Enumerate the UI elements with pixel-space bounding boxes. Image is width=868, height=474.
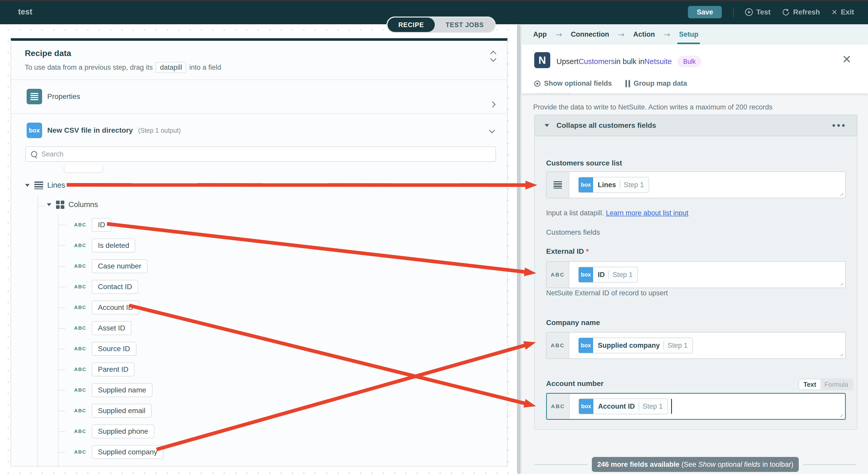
datapill[interactable]: Supplied email [92, 404, 152, 418]
datapill[interactable]: Asset ID [92, 321, 131, 335]
datapill[interactable]: Supplied phone [92, 425, 154, 438]
breadcrumb-app[interactable]: App [533, 30, 547, 38]
datapill[interactable]: Supplied name [92, 383, 152, 397]
scrollbar[interactable] [517, 25, 521, 474]
resize-handle-icon[interactable] [839, 281, 843, 285]
recipe-test-tabs: RECIPE TEST JOBS [386, 16, 496, 33]
search-input[interactable]: Search [25, 146, 496, 162]
datapill-lines[interactable]: box Lines Step 1 [578, 177, 649, 193]
tree-guide-line [58, 214, 58, 467]
toggle-text[interactable]: Text [799, 379, 820, 389]
tree-guide-stub [58, 266, 66, 267]
field-input[interactable]: box Account ID Step 1 [570, 394, 845, 419]
collapse-all-header[interactable]: Collapse all customers fields ••• [534, 114, 858, 136]
field-input[interactable]: box Supplied company Step 1 [569, 333, 845, 358]
csv-output-row[interactable]: box New CSV file in directory (Step 1 ou… [27, 123, 181, 138]
breadcrumb-arrow-icon [664, 30, 670, 39]
tree-guide-line [37, 195, 38, 467]
collapse-triangle-icon[interactable] [47, 203, 52, 206]
csv-output-label: New CSV file in directory [47, 126, 133, 135]
collapse-triangle-icon[interactable] [25, 184, 30, 187]
recipe-title: test [18, 7, 32, 16]
breadcrumb-arrow-icon [618, 30, 624, 39]
tree-guide-stub [58, 245, 66, 246]
tree-leaf: ABC Supplied phone [74, 425, 154, 438]
tree-leaf: ABC ID [74, 218, 111, 232]
tree-guide-stub [58, 307, 66, 308]
datapill[interactable]: Parent ID [92, 363, 134, 376]
exit-button[interactable]: ✕ Exit [831, 8, 854, 16]
netsuite-link[interactable]: Netsuite [644, 57, 672, 66]
text-type-addon: ABC [547, 394, 570, 419]
tree-leaf: ABC Account ID [74, 301, 140, 314]
tab-recipe[interactable]: RECIPE [388, 18, 435, 32]
company-name-field[interactable]: ABC box Supplied company Step 1 [546, 332, 846, 359]
test-button[interactable]: Test [745, 8, 771, 16]
group-map-data-button[interactable]: Group map data [625, 79, 687, 88]
type-label: ABC [74, 305, 88, 310]
show-optional-fields-button[interactable]: Show optional fields [534, 79, 612, 88]
type-label: ABC [74, 263, 88, 269]
close-icon[interactable]: ✕ [842, 54, 851, 65]
customers-fields-body: Customers source list box Lines Step 1 [534, 136, 858, 430]
action-header: N Upsert Customers in bulk in Netsuite B… [521, 44, 868, 94]
group-icon [625, 80, 630, 87]
datapill[interactable]: ID [92, 218, 111, 232]
properties-row[interactable]: Properties [27, 89, 80, 104]
tree-guide-stub [58, 390, 66, 391]
type-label: ABC [74, 408, 88, 414]
breadcrumb-connection[interactable]: Connection [571, 30, 610, 38]
toggle-formula[interactable]: Formula [820, 381, 852, 388]
datapill-id[interactable]: box ID Step 1 [578, 267, 638, 283]
customers-link[interactable]: Customers [579, 57, 615, 66]
datapill-supplied-company[interactable]: box Supplied company Step 1 [578, 337, 693, 353]
search-placeholder: Search [41, 150, 64, 158]
datapill[interactable]: Account ID [92, 301, 140, 314]
datapill[interactable]: Case number [92, 259, 148, 273]
tab-test-jobs[interactable]: TEST JOBS [435, 18, 495, 32]
play-icon [745, 8, 753, 16]
tree-guide-stub [58, 431, 66, 432]
datapill[interactable]: Source ID [92, 342, 136, 356]
datapill[interactable]: Supplied company [92, 445, 163, 459]
search-icon [31, 151, 37, 157]
refresh-icon [782, 8, 790, 16]
datapill[interactable]: Is deleted [92, 239, 135, 252]
tree-guide-stub [58, 328, 66, 329]
properties-icon [27, 89, 42, 104]
more-fields-bar: 246 more fields available (See Show opti… [592, 457, 799, 472]
text-cursor [671, 399, 672, 414]
resize-handle-icon[interactable] [838, 412, 843, 417]
field-toolbar: Show optional fields Group map data [534, 79, 687, 88]
tree-node-lines[interactable]: Lines [25, 181, 65, 190]
collapse-panel-icon[interactable] [491, 52, 495, 61]
tree-leaf: ABC Supplied company [74, 445, 163, 459]
external-id-field[interactable]: ABC box ID Step 1 [546, 261, 846, 288]
datapill[interactable]: Contact ID [92, 280, 138, 294]
resize-handle-icon[interactable] [839, 191, 843, 196]
datapill-account-id[interactable]: box Account ID Step 1 [579, 398, 668, 414]
field-help: Input a list datapill. Learn more about … [546, 209, 688, 217]
chevron-down-icon[interactable] [489, 127, 495, 133]
resize-handle-icon[interactable] [839, 351, 843, 356]
divider [11, 79, 507, 80]
save-button[interactable]: Save [688, 6, 722, 18]
chevron-right-icon[interactable] [489, 101, 495, 107]
field-input[interactable]: box Lines Step 1 [569, 172, 845, 198]
breadcrumb-action[interactable]: Action [633, 30, 655, 38]
refresh-button[interactable]: Refresh [782, 8, 820, 16]
field-input[interactable]: box ID Step 1 [569, 262, 845, 287]
tree-node-columns[interactable]: Columns [46, 200, 98, 209]
source-list-field[interactable]: box Lines Step 1 [546, 171, 846, 198]
collapse-triangle-icon [545, 124, 549, 127]
datapill-hint: To use data from a previous step, drag i… [25, 62, 221, 73]
box-icon: box [579, 338, 593, 353]
tree-guide-stub [58, 287, 66, 287]
recipe-data-panel: Recipe data To use data from a previous … [10, 38, 507, 467]
learn-more-link[interactable]: Learn more about list input [606, 209, 688, 217]
type-label: ABC [74, 387, 88, 393]
breadcrumb-setup[interactable]: Setup [679, 30, 698, 38]
tree-leaf: ABC Case number [74, 259, 148, 273]
field-label: Company name [546, 318, 600, 327]
account-number-field[interactable]: ABC box Account ID Step 1 [546, 393, 846, 420]
